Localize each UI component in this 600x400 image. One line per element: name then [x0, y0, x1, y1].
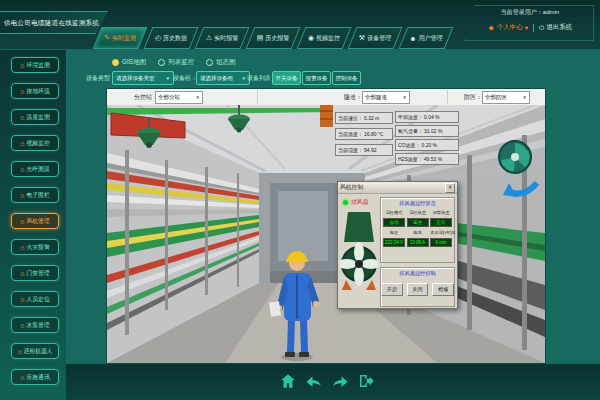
sensor-label: 氧气含量：	[398, 128, 423, 134]
forward-button[interactable]	[330, 371, 350, 391]
house-icon: ⌂	[20, 192, 24, 199]
button-label: 控制设备	[336, 75, 358, 82]
house-icon: ⌂	[20, 140, 24, 147]
oxygen-reading: 氧气含量：31.02 %	[395, 125, 459, 137]
tab-realtime-monitor[interactable]: ✎实时监测	[93, 27, 148, 49]
house-icon: ⌂	[20, 166, 24, 173]
sidebar-item-access-mgmt[interactable]: ⌂门禁管理	[11, 265, 59, 281]
chevron-down-icon: ▾	[525, 24, 528, 32]
view-mode-group: GIS地图 列表监控 组态图	[112, 58, 236, 67]
alarm-device-button[interactable]: 报警设备	[302, 71, 331, 85]
liquid-level-reading: 当前液位：0.32 m	[335, 112, 393, 124]
exit-button[interactable]	[356, 371, 376, 391]
tunnel-scene-graphic	[107, 105, 545, 363]
fan-start-button[interactable]: 开启	[381, 283, 403, 296]
sidebar-item-label: 环境监测	[27, 61, 50, 70]
bottom-bar	[66, 364, 600, 400]
sensor-value: 0.04 %	[424, 114, 440, 120]
divider	[533, 24, 534, 32]
tab-label: 用户管理	[419, 34, 443, 43]
chevron-down-icon: ▼	[242, 76, 246, 81]
radio-dot	[206, 59, 213, 66]
tunnel-filter-select[interactable]: 全部隧道▼	[362, 91, 410, 104]
zone-filter-select[interactable]: 全部防区▼	[482, 91, 530, 104]
sidebar-item-label: 风机管理	[27, 217, 50, 226]
logout-label: 退出系统	[546, 23, 572, 32]
sidebar-item-pump-mgmt[interactable]: ⌂水泵管理	[11, 317, 59, 333]
radio-dot	[158, 59, 165, 66]
chevron-down-icon: ▼	[166, 76, 170, 81]
alarm-icon: ⚠	[206, 34, 212, 42]
station-filter-select[interactable]: 全部分站▼	[155, 91, 203, 104]
voltage-label: 电压	[383, 230, 405, 235]
tab-video-monitor[interactable]: ◉视频监控	[297, 27, 352, 49]
logged-in-user: 当前登录用户：admin	[466, 8, 594, 17]
sidebar-item-label: 电子围栏	[27, 191, 50, 200]
sensor-value: 0.20 %	[422, 142, 438, 148]
sidebar-item-fan-mgmt[interactable]: ⌂风机管理	[11, 213, 59, 229]
sidebar-item-label: 接地环流	[27, 87, 50, 96]
tab-history-data[interactable]: ◴历史数据	[144, 27, 199, 49]
device-group-select[interactable]: 请选择设备组▼	[196, 71, 250, 85]
close-icon[interactable]: ✕	[445, 183, 455, 193]
sidebar-item-ground-current[interactable]: ⌂接地环流	[11, 83, 59, 99]
tab-realtime-alarm[interactable]: ⚠实时报警	[195, 27, 250, 49]
device-type-select[interactable]: 请选择设备类型▼	[112, 71, 174, 85]
device-group-label: 设备组：	[173, 74, 197, 83]
sidebar-item-personnel-loc[interactable]: ⌂人员定位	[11, 291, 59, 307]
switch-device-button[interactable]: 开关设备	[272, 71, 301, 85]
radio-label: GIS地图	[122, 58, 146, 67]
sensor-value: 16.80 ℃	[364, 131, 384, 137]
profile-link[interactable]: ☻个人中心▾	[488, 23, 528, 32]
run-state-value: 遥控	[407, 218, 429, 227]
sidebar-item-env-monitor[interactable]: ⌂环境监测	[11, 57, 59, 73]
power-icon: ⏻	[539, 24, 544, 32]
chevron-down-icon: ▼	[523, 95, 527, 100]
sensor-label: H2S浓度：	[398, 156, 423, 162]
tunnel-3d-view[interactable]: 当前液位：0.32 m 当前温度：16.80 ℃ 当前湿度：94.92 甲烷浓度…	[107, 105, 545, 363]
home-button[interactable]	[278, 371, 298, 391]
radio-list-monitor[interactable]: 列表监控	[158, 58, 194, 67]
house-icon: ⌂	[17, 348, 21, 355]
tab-user-mgmt[interactable]: ☻用户管理	[399, 27, 454, 49]
fan-stop-button[interactable]: 关闭	[407, 283, 429, 296]
back-button[interactable]	[304, 371, 324, 391]
realtime-monitor-icon: ✎	[104, 34, 110, 42]
sensor-value: 31.02 %	[424, 128, 442, 134]
chevron-down-icon: ▼	[403, 95, 407, 100]
tab-label: 实时监测	[112, 34, 136, 43]
tab-device-mgmt[interactable]: ⚒设备管理	[348, 27, 403, 49]
sidebar-item-fiber-temp[interactable]: ⌂光纤测温	[11, 161, 59, 177]
device-icon: ⚒	[359, 34, 365, 42]
profile-label: 个人中心	[497, 23, 523, 32]
radio-gis-map[interactable]: GIS地图	[112, 58, 146, 67]
sensor-label: 当前温度：	[338, 131, 363, 137]
run-state-label: 运行状态	[407, 210, 429, 215]
tab-label: 历史数据	[163, 34, 187, 43]
alarm-history-icon: ▤	[257, 34, 264, 42]
sidebar-item-fire-alarm[interactable]: ⌂火灾报警	[11, 239, 59, 255]
button-label: 关闭	[412, 286, 422, 293]
logout-link[interactable]: ⏻退出系统	[539, 23, 572, 32]
methane-reading: 甲烷浓度：0.04 %	[395, 111, 459, 123]
tab-history-alarm[interactable]: ▤历史报警	[246, 27, 301, 49]
button-label: 报警设备	[306, 75, 328, 82]
filter-bar: 分控站： 全部分站▼ 隧道： 全部隧道▼ 防区： 全部防区▼	[107, 89, 545, 106]
sidebar-item-e-fence[interactable]: ⌂电子围栏	[11, 187, 59, 203]
house-icon: ⌂	[20, 88, 24, 95]
camera-icon: ◉	[308, 34, 314, 42]
fan-control-group: 排风扇运行控制 开启 关闭 检修	[380, 267, 455, 307]
control-device-button[interactable]: 控制设备	[332, 71, 361, 85]
sensor-label: 甲烷浓度：	[398, 114, 423, 120]
fan-maintain-button[interactable]: 检修	[432, 283, 454, 296]
radio-scada-view[interactable]: 组态图	[206, 58, 236, 67]
fan-status-group: 排风扇运行状态 运行模式 运行状态 故障状态 自动 遥控 正常 电压 电流 本次…	[380, 197, 455, 263]
dialog-titlebar[interactable]: 风机控制 ✕	[338, 182, 457, 194]
content-panel: 分控站： 全部分站▼ 隧道： 全部隧道▼ 防区： 全部防区▼	[106, 88, 546, 364]
select-value: 全部防区	[485, 94, 507, 101]
sidebar-item-emergency-comm[interactable]: ⌂应急通讯	[11, 369, 59, 385]
sidebar-item-temp-monitor[interactable]: ⌂温度监测	[11, 109, 59, 125]
chevron-down-icon: ▼	[196, 95, 200, 100]
sidebar-item-robot[interactable]: ⌂巡检机器人	[11, 343, 59, 359]
sidebar-item-video-monitor[interactable]: ⌂视频监控	[11, 135, 59, 151]
